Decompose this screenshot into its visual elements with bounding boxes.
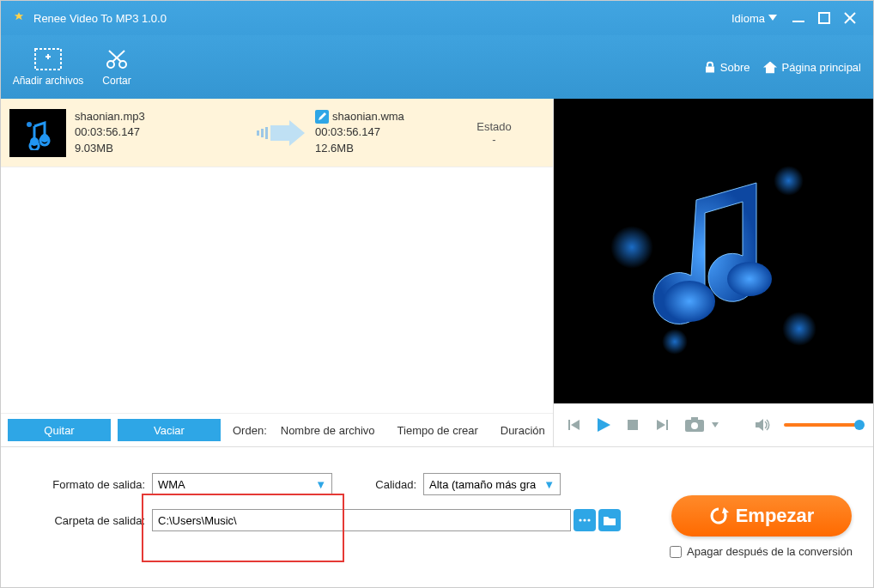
svg-point-14	[27, 122, 32, 127]
svg-point-24	[727, 262, 772, 296]
sort-by-name[interactable]: Nombre de archivo	[281, 424, 375, 437]
quality-combo[interactable]: Alta (tamaño más gra ▼	[423, 473, 561, 495]
app-logo-icon	[11, 10, 27, 26]
target-duration: 00:03:56.147	[315, 124, 444, 140]
svg-marker-13	[763, 61, 777, 73]
language-dropdown[interactable]: Idioma	[731, 12, 777, 25]
maximize-icon	[818, 12, 830, 24]
file-list: shaonian.mp3 00:03:56.147 9.03MB shaonia…	[1, 99, 553, 413]
add-files-icon	[33, 47, 63, 71]
stop-icon	[627, 419, 639, 431]
shutdown-checkbox-label[interactable]: Apagar después de la conversión	[670, 545, 853, 558]
chevron-down-icon: ▼	[543, 478, 555, 491]
ellipsis-icon	[579, 518, 591, 523]
svg-point-38	[587, 518, 590, 521]
close-button[interactable]	[837, 8, 863, 28]
cut-label: Cortar	[102, 75, 130, 87]
svg-point-16	[30, 137, 39, 146]
cut-button[interactable]: Cortar	[87, 39, 147, 95]
svg-marker-0	[768, 15, 777, 21]
empty-button[interactable]: Vaciar	[118, 419, 221, 441]
music-note-icon	[21, 116, 55, 150]
language-label: Idioma	[731, 12, 765, 25]
sort-by-duration[interactable]: Duración	[501, 424, 545, 437]
play-button[interactable]	[595, 416, 612, 433]
svg-marker-21	[270, 120, 305, 146]
home-link[interactable]: Página principal	[763, 61, 861, 74]
quality-label: Calidad:	[356, 478, 416, 491]
source-duration: 00:03:56.147	[75, 124, 246, 140]
svg-rect-33	[691, 417, 698, 421]
remove-button[interactable]: Quitar	[8, 419, 111, 441]
chevron-down-icon[interactable]	[712, 421, 719, 429]
output-format-combo[interactable]: WMA ▼	[152, 473, 332, 495]
folder-icon	[603, 514, 616, 526]
skip-next-icon	[655, 418, 669, 432]
play-icon	[595, 416, 612, 433]
svg-point-32	[691, 422, 698, 429]
stop-button[interactable]	[624, 416, 641, 433]
maximize-button[interactable]	[811, 8, 837, 28]
prev-button[interactable]	[566, 416, 583, 433]
status-header: Estado	[444, 120, 544, 133]
shutdown-text: Apagar después de la conversión	[687, 545, 853, 558]
next-button[interactable]	[653, 416, 671, 433]
svg-rect-1	[792, 21, 804, 22]
arrow-right-icon	[255, 120, 307, 146]
add-files-button[interactable]: Añadir archivos	[9, 39, 87, 95]
shutdown-checkbox[interactable]	[670, 546, 682, 558]
open-folder-button[interactable]	[598, 509, 621, 531]
start-label: Empezar	[736, 505, 815, 527]
scissors-icon	[104, 47, 130, 71]
file-thumbnail	[9, 109, 66, 157]
start-button[interactable]: Empezar	[671, 495, 852, 536]
minimize-icon	[792, 12, 804, 24]
svg-marker-39	[722, 507, 729, 513]
slider-knob[interactable]	[854, 420, 865, 430]
svg-rect-18	[257, 130, 259, 136]
svg-marker-29	[657, 420, 665, 430]
svg-marker-27	[598, 418, 610, 432]
more-button[interactable]	[574, 509, 596, 531]
svg-rect-2	[819, 13, 829, 23]
svg-rect-28	[628, 420, 638, 430]
target-filename: shaonian.wma	[332, 109, 404, 124]
source-filename: shaonian.mp3	[75, 109, 246, 124]
home-icon	[763, 61, 777, 73]
svg-marker-34	[712, 422, 719, 427]
chevron-down-icon	[768, 15, 777, 21]
svg-rect-7	[47, 54, 49, 59]
svg-marker-35	[756, 419, 763, 431]
svg-rect-19	[261, 129, 264, 137]
file-row[interactable]: shaonian.mp3 00:03:56.147 9.03MB shaonia…	[1, 99, 553, 167]
output-folder-input[interactable]	[152, 509, 571, 531]
edit-icon[interactable]	[315, 110, 329, 124]
close-icon	[844, 12, 856, 24]
preview-area	[554, 99, 873, 403]
svg-rect-25	[568, 420, 570, 430]
svg-marker-26	[571, 420, 580, 430]
chevron-down-icon: ▼	[315, 478, 326, 491]
speaker-icon	[756, 418, 771, 432]
snapshot-button[interactable]	[683, 416, 707, 433]
app-title: Renee Video To MP3 1.0.0	[33, 12, 167, 25]
svg-rect-20	[265, 127, 268, 139]
svg-rect-12	[706, 66, 714, 72]
svg-point-37	[583, 518, 586, 521]
status-value: -	[444, 133, 544, 146]
source-size: 9.03MB	[75, 141, 246, 156]
output-format-label: Formato de salida:	[16, 478, 145, 491]
order-label: Orden:	[233, 424, 267, 437]
lock-icon	[704, 61, 716, 73]
minimize-button[interactable]	[786, 8, 811, 28]
skip-prev-icon	[567, 418, 581, 432]
about-link[interactable]: Sobre	[704, 61, 750, 74]
volume-button[interactable]	[755, 416, 772, 433]
sort-by-time[interactable]: Tiempo de crear	[398, 424, 478, 437]
svg-point-23	[664, 281, 715, 322]
volume-slider[interactable]	[784, 423, 861, 427]
home-label: Página principal	[781, 61, 861, 74]
svg-point-36	[579, 518, 581, 521]
add-files-label: Añadir archivos	[13, 75, 84, 87]
target-size: 12.6MB	[315, 141, 444, 156]
